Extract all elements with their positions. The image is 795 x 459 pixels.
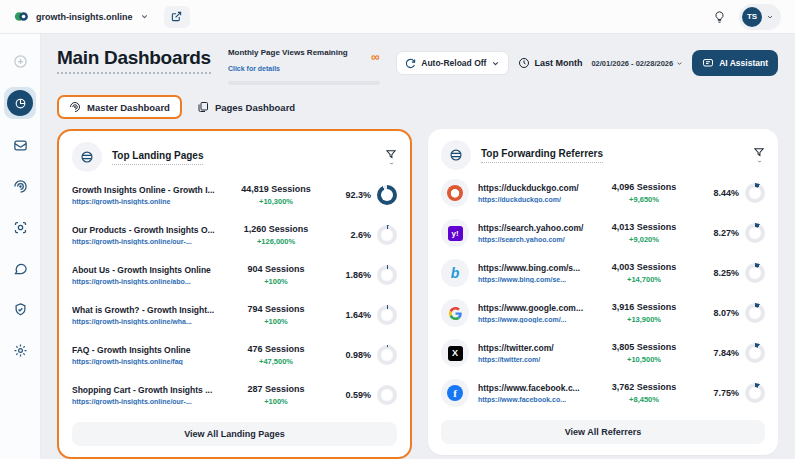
table-row[interactable]: y! https://search.yahoo.com/ https://sea… bbox=[441, 213, 765, 253]
table-row[interactable]: https://duckduckgo.com/ https://duckduck… bbox=[441, 173, 765, 213]
chevron-down-icon bbox=[766, 13, 774, 21]
chevron-down-icon[interactable] bbox=[140, 12, 149, 21]
table-icon bbox=[441, 140, 471, 170]
sessions-value: 44,819 Sessions bbox=[226, 184, 326, 194]
site-favicon: X bbox=[441, 339, 469, 367]
row-url-link[interactable]: https://growth-insights.online/faq bbox=[72, 358, 226, 365]
dashboard-icon bbox=[69, 101, 81, 113]
progress-ring bbox=[377, 305, 397, 325]
filter-button[interactable] bbox=[753, 147, 765, 164]
share-percent: 7.84% bbox=[694, 348, 739, 358]
monthly-views-progressbar bbox=[228, 81, 380, 85]
sidebar-item-dashboards[interactable] bbox=[4, 87, 36, 119]
row-url-link[interactable]: https://growth-insights.online/wha... bbox=[72, 318, 226, 325]
sidebar-item-security[interactable] bbox=[5, 294, 35, 324]
share-percent: 8.27% bbox=[694, 228, 739, 238]
sessions-value: 4,013 Sessions bbox=[594, 222, 694, 232]
top-landing-pages-card: Top Landing Pages Growth Insights Online… bbox=[57, 129, 412, 459]
chevron-down-icon bbox=[676, 60, 683, 67]
progress-ring bbox=[377, 265, 397, 285]
row-url-link[interactable]: https://duckduckgo.com/ bbox=[478, 196, 594, 203]
row-url-link[interactable]: https://growth-insights.online/abo... bbox=[72, 278, 226, 285]
main-content: Main Dashboards Monthly Page Views Remai… bbox=[41, 34, 795, 459]
avatar: TS bbox=[742, 7, 762, 27]
row-title: https://twitter.com/ bbox=[478, 343, 594, 353]
table-row[interactable]: https://www.google.com... https://www.go… bbox=[441, 293, 765, 333]
change-percent: +100% bbox=[226, 277, 326, 286]
view-all-landing-pages-button[interactable]: View All Landing Pages bbox=[72, 422, 397, 446]
share-percent: 8.44% bbox=[694, 188, 739, 198]
click-for-details-link[interactable]: Click for details bbox=[228, 65, 280, 72]
funnel-icon bbox=[753, 147, 765, 158]
share-percent: 8.25% bbox=[694, 268, 739, 278]
clock-icon bbox=[518, 57, 530, 69]
table-row[interactable]: Growth Insights Online - Growth I... htt… bbox=[72, 175, 397, 215]
sidebar bbox=[0, 34, 41, 459]
row-title: https://www.google.com... bbox=[478, 303, 594, 313]
table-row[interactable]: b https://www.bing.com/s... https://www.… bbox=[441, 253, 765, 293]
row-title: https://duckduckgo.com/ bbox=[478, 183, 594, 193]
sidebar-item-inbox[interactable] bbox=[5, 130, 35, 160]
progress-ring bbox=[745, 223, 765, 243]
progress-ring bbox=[745, 383, 765, 403]
progress-ring bbox=[745, 263, 765, 283]
site-selector-label[interactable]: growth-insights.online bbox=[36, 12, 133, 22]
row-url-link[interactable]: https://growth-insights.online bbox=[72, 198, 226, 205]
change-percent: +10,300% bbox=[226, 197, 326, 206]
sessions-value: 904 Sessions bbox=[226, 264, 326, 274]
sidebar-item-analytics[interactable] bbox=[5, 171, 35, 201]
site-favicon: b bbox=[441, 259, 469, 287]
date-range[interactable]: 02/01/2026 - 02/28/2026 bbox=[591, 59, 683, 68]
row-url-link[interactable]: https://www.bing.com/se... bbox=[478, 276, 594, 283]
change-percent: +9,020% bbox=[594, 235, 694, 244]
progress-ring bbox=[377, 185, 397, 205]
row-url-link[interactable]: https://twitter.com/ bbox=[478, 356, 594, 363]
lightbulb-icon[interactable] bbox=[713, 10, 726, 24]
auto-reload-dropdown[interactable]: Auto-Reload Off bbox=[396, 51, 509, 75]
row-title: About Us - Growth Insights Online bbox=[72, 265, 226, 275]
progress-ring bbox=[377, 225, 397, 245]
user-menu[interactable]: TS bbox=[739, 4, 781, 30]
change-percent: +10,500% bbox=[594, 355, 694, 364]
table-row[interactable]: About Us - Growth Insights Online https:… bbox=[72, 255, 397, 295]
change-percent: +8,450% bbox=[594, 395, 694, 404]
period-selector[interactable]: Last Month bbox=[518, 57, 582, 69]
row-title: Growth Insights Online - Growth I... bbox=[72, 185, 226, 195]
site-favicon: f bbox=[441, 379, 469, 407]
sidebar-item-add[interactable] bbox=[5, 46, 35, 76]
sidebar-item-messages[interactable] bbox=[5, 253, 35, 283]
row-title: Our Products - Growth Insights O... bbox=[72, 225, 226, 235]
row-url-link[interactable]: https://search.yahoo.com/ bbox=[478, 236, 594, 243]
table-row[interactable]: FAQ - Growth Insights Online https://gro… bbox=[72, 335, 397, 375]
landing-pages-list: Growth Insights Online - Growth I... htt… bbox=[72, 175, 397, 415]
filter-button[interactable] bbox=[385, 149, 397, 166]
table-row[interactable]: Our Products - Growth Insights O... http… bbox=[72, 215, 397, 255]
row-url-link[interactable]: https://growth-insights.online/our-... bbox=[72, 238, 226, 245]
share-percent: 1.86% bbox=[326, 270, 371, 280]
sessions-value: 4,096 Sessions bbox=[594, 182, 694, 192]
share-percent: 2.6% bbox=[326, 230, 371, 240]
sessions-value: 287 Sessions bbox=[226, 384, 326, 394]
ai-assistant-button[interactable]: AI Assistant bbox=[692, 50, 778, 76]
table-row[interactable]: What is Growth? - Growth Insight... http… bbox=[72, 295, 397, 335]
change-percent: +100% bbox=[226, 397, 326, 406]
table-row[interactable]: X https://twitter.com/ https://twitter.c… bbox=[441, 333, 765, 373]
row-title: What is Growth? - Growth Insight... bbox=[72, 305, 226, 315]
progress-ring bbox=[377, 345, 397, 365]
tab-pages-dashboard[interactable]: Pages Dashboard bbox=[197, 101, 295, 113]
table-icon bbox=[72, 142, 102, 172]
sidebar-item-settings[interactable] bbox=[5, 335, 35, 365]
tab-master-dashboard[interactable]: Master Dashboard bbox=[57, 95, 182, 119]
sessions-value: 4,003 Sessions bbox=[594, 262, 694, 272]
funnel-icon bbox=[385, 149, 397, 160]
row-url-link[interactable]: https://www.google.com/... bbox=[478, 316, 594, 323]
chevron-down-icon bbox=[491, 59, 500, 68]
open-site-button[interactable] bbox=[164, 6, 190, 28]
table-row[interactable]: Shopping Cart - Growth Insights ... http… bbox=[72, 375, 397, 415]
topbar: growth-insights.online TS bbox=[0, 0, 795, 34]
view-all-referrers-button[interactable]: View All Referrers bbox=[441, 420, 765, 444]
table-row[interactable]: f https://www.facebook.c... https://www.… bbox=[441, 373, 765, 413]
row-url-link[interactable]: https://growth-insights.online/our-... bbox=[72, 398, 226, 405]
row-url-link[interactable]: https://www.facebook.co... bbox=[478, 396, 594, 403]
sidebar-item-tracking[interactable] bbox=[5, 212, 35, 242]
